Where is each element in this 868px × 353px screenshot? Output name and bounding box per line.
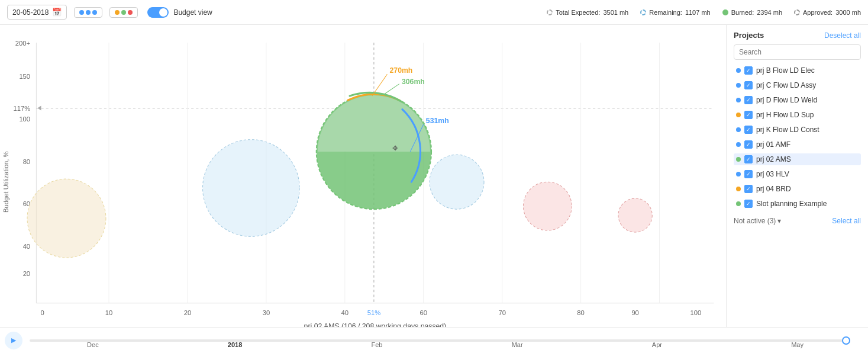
svg-text:100: 100 — [690, 309, 702, 316]
project-label-prj-03-hlv: prj 03 HLV — [756, 170, 789, 178]
svg-text:150: 150 — [19, 73, 30, 80]
dots-button-1[interactable] — [74, 7, 102, 18]
timeline-track[interactable] — [30, 339, 850, 342]
bottom-timeline: ▶ Dec 2018 Feb Mar Apr May — [0, 327, 868, 353]
project-item-prj-c-flow[interactable]: prj C Flow LD Assy — [734, 79, 861, 91]
svg-text:80: 80 — [577, 309, 585, 316]
project-checkbox-prj-h-flow[interactable] — [744, 111, 753, 119]
budget-view-toggle-area: Budget view — [147, 7, 212, 18]
remaining-icon — [640, 9, 646, 15]
svg-text:40: 40 — [341, 309, 349, 316]
project-item-prj-03-hlv[interactable]: prj 03 HLV — [734, 168, 861, 180]
svg-marker-11 — [37, 105, 41, 110]
project-list: prj B Flow LD Elecprj C Flow LD Assyprj … — [734, 65, 861, 210]
project-checkbox-prj-k-flow[interactable] — [744, 126, 753, 134]
approved-icon — [794, 9, 800, 15]
project-item-prj-02-ams[interactable]: prj 02 AMS — [734, 153, 861, 165]
stat-total-expected: Total Expected: 3501 mh — [547, 9, 628, 16]
main-area: 200+ 150 100 80 60 40 20 117% 0 10 20 30 — [0, 25, 868, 327]
project-item-prj-b-flow[interactable]: prj B Flow LD Elec — [734, 65, 861, 76]
deselect-all-button[interactable]: Deselect all — [824, 31, 861, 40]
project-label-prj-c-flow: prj C Flow LD Assy — [756, 81, 816, 89]
project-item-prj-h-flow[interactable]: prj H Flow LD Sup — [734, 109, 861, 121]
svg-text:20: 20 — [23, 270, 31, 277]
svg-point-40 — [618, 198, 652, 232]
timeline-label-mar: Mar — [512, 341, 523, 348]
svg-text:531mh: 531mh — [426, 117, 449, 125]
play-icon: ▶ — [11, 336, 16, 344]
project-checkbox-prj-04-brd[interactable] — [744, 185, 753, 193]
stat-approved: Approved: 3000 mh — [794, 9, 861, 16]
dot-icon-3 — [92, 10, 97, 15]
chart-container[interactable]: 200+ 150 100 80 60 40 20 117% 0 10 20 30 — [0, 25, 726, 327]
project-label-prj-01-amf: prj 01 AMF — [756, 140, 790, 149]
select-all-button[interactable]: Select all — [832, 217, 861, 225]
project-checkbox-prj-02-ams[interactable] — [744, 155, 753, 163]
project-checkbox-prj-b-flow[interactable] — [744, 66, 753, 75]
not-active-text: Not active (3) — [734, 217, 776, 225]
approved-value: 3000 mh — [835, 9, 861, 16]
project-dot-prj-04-brd — [736, 187, 741, 191]
bubble-chart: 200+ 150 100 80 60 40 20 117% 0 10 20 30 — [0, 25, 726, 327]
project-checkbox-prj-d-flow[interactable] — [744, 96, 753, 104]
svg-text:20: 20 — [184, 309, 192, 316]
dot-icon-2 — [86, 10, 91, 15]
svg-text:80: 80 — [23, 158, 31, 165]
dots-button-2[interactable] — [109, 7, 138, 18]
project-label-prj-d-flow: prj D Flow LD Weld — [756, 96, 817, 104]
project-dot-prj-03-hlv — [736, 172, 741, 176]
not-active-section: Not active (3) ▾ Select all — [734, 217, 861, 225]
timeline-label-feb: Feb — [372, 341, 383, 348]
timeline-label-2018: 2018 — [228, 341, 242, 348]
project-item-slot-planning[interactable]: Slot planning Example — [734, 198, 861, 210]
svg-text:117%: 117% — [13, 105, 30, 112]
project-dot-slot-planning — [736, 201, 741, 206]
svg-text:51%: 51% — [367, 309, 380, 316]
timeline-playhead[interactable] — [842, 336, 850, 345]
project-checkbox-prj-03-hlv[interactable] — [744, 170, 753, 178]
svg-point-39 — [523, 182, 572, 230]
dot-icon-5 — [121, 10, 126, 15]
timeline-labels: Dec 2018 Feb Mar Apr May — [22, 341, 868, 348]
project-item-prj-01-amf[interactable]: prj 01 AMF — [734, 139, 861, 150]
project-label-prj-k-flow: prj K Flow LD Const — [756, 126, 819, 134]
approved-label: Approved: — [803, 9, 832, 16]
burned-label: Burned: — [731, 9, 754, 16]
total-expected-icon — [547, 9, 553, 15]
project-dot-prj-02-ams — [736, 157, 741, 162]
svg-point-38 — [430, 155, 484, 209]
chevron-down-icon: ▾ — [777, 217, 781, 225]
date-button[interactable]: 20-05-2018 📅 — [7, 5, 67, 20]
budget-view-toggle[interactable] — [147, 7, 169, 18]
project-item-prj-d-flow[interactable]: prj D Flow LD Weld — [734, 94, 861, 106]
total-expected-value: 3501 mh — [603, 9, 628, 16]
calendar-icon: 📅 — [52, 8, 62, 17]
svg-text:40: 40 — [23, 243, 31, 250]
budget-view-label: Budget view — [173, 8, 212, 17]
dot-icon-4 — [115, 10, 120, 15]
sidebar-title: Projects — [734, 31, 764, 40]
date-value: 20-05-2018 — [12, 8, 49, 17]
project-dot-prj-b-flow — [736, 68, 741, 73]
svg-text:30: 30 — [263, 309, 270, 316]
not-active-label[interactable]: Not active (3) ▾ — [734, 217, 781, 225]
project-item-prj-04-brd[interactable]: prj 04 BRD — [734, 183, 861, 195]
project-search-input[interactable] — [734, 44, 861, 60]
project-label-prj-b-flow: prj B Flow LD Elec — [756, 66, 815, 75]
svg-text:270mh: 270mh — [389, 66, 412, 75]
play-button[interactable]: ▶ — [5, 332, 22, 349]
stats-bar: Total Expected: 3501 mh Remaining: 1107 … — [547, 9, 861, 16]
project-item-prj-k-flow[interactable]: prj K Flow LD Const — [734, 124, 861, 136]
timeline-label-may: May — [791, 341, 804, 348]
svg-text:Budget Utilization, %: Budget Utilization, % — [2, 151, 9, 213]
svg-line-43 — [384, 84, 399, 94]
project-dot-prj-c-flow — [736, 83, 741, 88]
sidebar: Projects Deselect all prj B Flow LD Elec… — [726, 25, 868, 327]
svg-text:306mh: 306mh — [402, 78, 425, 86]
top-bar: 20-05-2018 📅 Budget view Total Expected:… — [0, 0, 868, 25]
burned-value: 2394 mh — [757, 9, 782, 16]
project-checkbox-slot-planning[interactable] — [744, 200, 753, 208]
project-checkbox-prj-01-amf[interactable] — [744, 140, 753, 149]
svg-point-33 — [27, 179, 106, 258]
project-checkbox-prj-c-flow[interactable] — [744, 81, 753, 89]
